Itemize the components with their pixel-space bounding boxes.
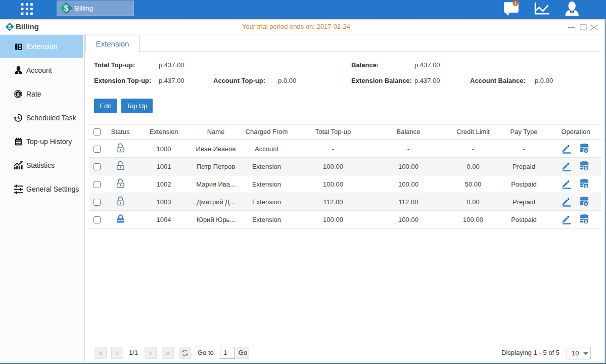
svg-text:!: !: [515, 1, 517, 6]
svg-text:$: $: [17, 92, 20, 97]
svg-text:$: $: [64, 4, 69, 13]
